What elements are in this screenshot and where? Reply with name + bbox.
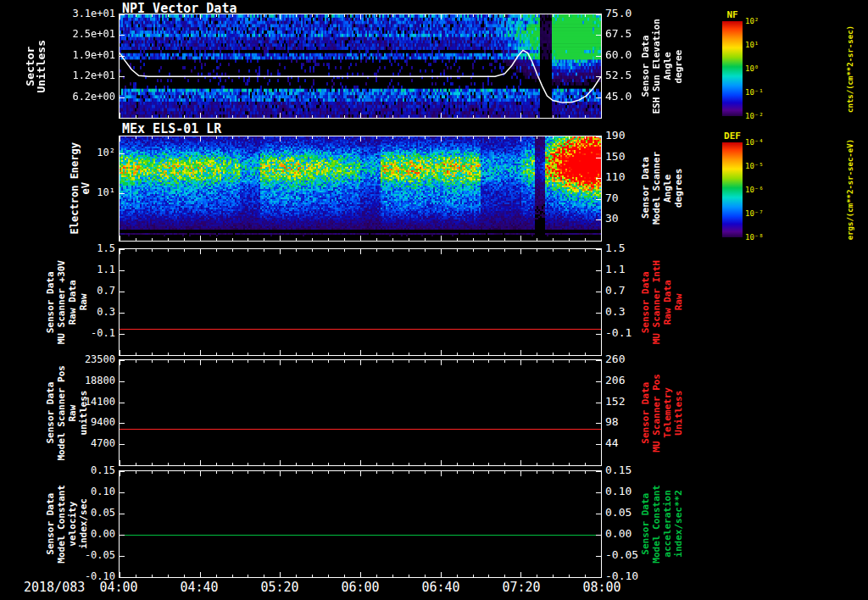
- y-tick-mark: [596, 535, 601, 536]
- x-tick-mark: [296, 463, 297, 465]
- y-tick-mark: [120, 14, 125, 15]
- colorbar-tick-label: 10⁻⁸: [745, 233, 764, 242]
- x-tick-label: 07:20: [487, 580, 555, 595]
- y-tick-mark: [120, 35, 125, 36]
- x-tick-mark: [296, 575, 297, 577]
- constant-line: [120, 329, 601, 330]
- x-tick-mark: [425, 249, 426, 252]
- x-tick-mark: [504, 115, 505, 118]
- x-tick-mark: [392, 575, 393, 577]
- x-tick-mark: [344, 575, 345, 577]
- x-tick-mark: [601, 360, 602, 365]
- panel-4-left-axis-label: Sensor DataModel Scanner PosRawunitless: [42, 359, 92, 466]
- colorbar-nf-units-text: cnts/(cm**2-sr-sec): [845, 25, 856, 113]
- y-tick-mark: [120, 381, 125, 382]
- colorbar-tick-label: 10⁻⁴: [745, 138, 764, 147]
- colorbar-def: [722, 142, 743, 237]
- x-tick-mark: [392, 249, 393, 252]
- x-tick-mark: [537, 463, 537, 465]
- y-tick-mark: [596, 360, 601, 361]
- x-tick-mark: [553, 463, 554, 465]
- colorbar-nf: [722, 21, 743, 116]
- y-tick-label-left: 6.2e+00: [64, 91, 115, 103]
- y-tick-mark: [596, 423, 601, 424]
- x-tick-mark: [601, 113, 602, 118]
- colorbar-tick-label: 10⁰: [745, 64, 759, 73]
- x-tick-mark: [120, 236, 120, 241]
- x-tick-mark: [360, 136, 361, 142]
- x-tick-mark: [569, 14, 570, 17]
- y-tick-mark: [596, 334, 601, 335]
- x-tick-mark: [328, 115, 329, 118]
- x-tick-mark: [601, 136, 602, 142]
- x-tick-mark: [537, 575, 537, 577]
- x-tick-mark: [569, 463, 570, 465]
- x-tick-mark: [409, 14, 409, 17]
- x-tick-mark: [520, 236, 521, 241]
- x-tick-mark: [152, 115, 153, 118]
- x-tick-mark: [392, 14, 393, 17]
- x-tick-mark: [553, 360, 554, 363]
- y-tick-mark: [120, 556, 125, 557]
- x-tick-mark: [184, 575, 185, 577]
- x-tick-mark: [296, 353, 297, 355]
- x-tick-mark: [569, 575, 570, 577]
- x-tick-mark: [392, 353, 393, 355]
- x-tick-mark: [280, 14, 281, 19]
- panel-5-left-axis-label: Sensor DataModel Constantvelocityindex/s…: [42, 470, 92, 578]
- x-tick-mark: [537, 136, 537, 139]
- panel-2-right-axis-label: Sensor DataModel ScannerAngledegrees: [637, 136, 687, 242]
- x-tick-mark: [184, 463, 185, 465]
- x-tick-mark: [553, 115, 554, 118]
- x-tick-mark: [360, 572, 361, 577]
- x-tick-mark: [457, 360, 458, 363]
- x-tick-mark: [473, 471, 474, 474]
- x-tick-mark: [520, 249, 521, 254]
- x-tick-mark: [168, 463, 169, 465]
- x-tick-mark: [360, 350, 361, 355]
- x-tick-mark: [168, 575, 169, 577]
- x-tick-mark: [344, 136, 345, 139]
- panel-1-right-axis-label-text: Sensor DataESH Sun ElevationAngledegree: [640, 19, 684, 114]
- x-tick-label: 06:00: [326, 580, 394, 595]
- x-tick-mark: [504, 575, 505, 577]
- x-tick-mark: [488, 115, 489, 118]
- x-tick-mark: [425, 360, 426, 363]
- y-tick-mark: [596, 97, 601, 98]
- y-tick-mark: [120, 292, 125, 292]
- x-tick-mark: [216, 575, 217, 577]
- y-tick-mark: [120, 193, 125, 194]
- x-tick-mark: [553, 136, 554, 139]
- x-tick-mark: [553, 238, 554, 241]
- x-tick-mark: [537, 360, 537, 363]
- x-tick-mark: [425, 575, 426, 577]
- x-tick-mark: [441, 460, 442, 465]
- x-tick-mark: [504, 353, 505, 355]
- x-tick-mark: [120, 350, 120, 355]
- x-tick-mark: [488, 238, 489, 241]
- x-tick-mark: [168, 353, 169, 355]
- panel-4-left-axis-label-text: Sensor DataModel Scanner PosRawunitless: [45, 365, 89, 461]
- x-tick-mark: [457, 463, 458, 465]
- x-tick-mark: [376, 136, 377, 139]
- y-tick-mark: [596, 199, 601, 200]
- x-tick-mark: [136, 136, 136, 139]
- x-tick-mark: [504, 463, 505, 465]
- x-tick-mark: [488, 136, 489, 139]
- x-tick-mark: [360, 360, 361, 365]
- x-tick-mark: [520, 471, 521, 476]
- x-tick-mark: [473, 575, 474, 577]
- x-tick-mark: [312, 353, 313, 355]
- x-tick-label: 05:20: [246, 580, 314, 595]
- x-tick-mark: [296, 249, 297, 252]
- x-tick-mark: [184, 353, 185, 355]
- x-tick-mark: [537, 471, 537, 474]
- x-tick-mark: [232, 249, 233, 252]
- colorbar-def-label: DEF: [720, 131, 745, 142]
- x-tick-mark: [264, 471, 264, 474]
- x-tick-mark: [569, 353, 570, 355]
- y-tick-mark: [596, 556, 601, 557]
- x-tick-mark: [264, 136, 264, 139]
- x-tick-mark: [136, 575, 136, 577]
- x-tick-mark: [248, 463, 248, 465]
